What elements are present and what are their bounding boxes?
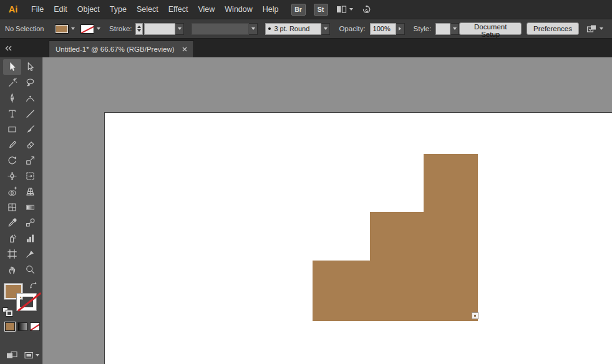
shape-builder-icon xyxy=(7,186,17,197)
stock-button[interactable]: St xyxy=(314,4,328,16)
opacity-flyout-button[interactable] xyxy=(396,23,405,35)
stroke-weight-dropdown-button[interactable] xyxy=(175,23,184,35)
slice-tool-button[interactable] xyxy=(21,246,39,262)
menu-window[interactable]: Window xyxy=(220,0,257,19)
free-transform-tool-button[interactable] xyxy=(21,168,39,184)
shaper-tool-button[interactable] xyxy=(3,137,21,153)
lasso-icon xyxy=(25,77,36,88)
menu-object[interactable]: Object xyxy=(72,0,105,19)
symbol-sprayer-tool-button[interactable] xyxy=(3,231,21,246)
screen-mode-button[interactable] xyxy=(24,352,39,359)
opacity-combo[interactable] xyxy=(370,23,405,35)
chevron-right-icon xyxy=(399,27,401,31)
swap-fill-stroke-button[interactable] xyxy=(29,280,38,292)
drawing-modes-button[interactable] xyxy=(6,351,17,360)
width-profile-dropdown-button[interactable] xyxy=(249,23,258,35)
menu-type[interactable]: Type xyxy=(105,0,132,19)
gradient-mode-button[interactable] xyxy=(17,322,27,331)
spray-can-icon xyxy=(7,233,17,244)
live-corner-widget[interactable] xyxy=(472,312,478,319)
control-bar: No Selection Stroke: 3 pt. Round xyxy=(0,19,612,39)
scale-icon xyxy=(25,155,36,166)
type-tool-button[interactable] xyxy=(3,106,21,122)
lasso-tool-button[interactable] xyxy=(21,75,39,90)
line-segment-tool-button[interactable] xyxy=(21,106,39,122)
staircase-polygon[interactable] xyxy=(313,154,478,321)
stroke-weight-field[interactable] xyxy=(144,23,175,35)
menu-help[interactable]: Help xyxy=(258,0,284,19)
menu-effect[interactable]: Effect xyxy=(163,0,193,19)
magic-wand-tool-button[interactable] xyxy=(3,75,21,90)
curvature-tool-button[interactable] xyxy=(21,90,39,106)
document-tab-title: Untitled-1* @ 66.67% (RGB/Preview) xyxy=(56,46,175,53)
width-tool-button[interactable] xyxy=(3,168,21,184)
menu-select[interactable]: Select xyxy=(132,0,163,19)
stroke-label[interactable]: Stroke: xyxy=(109,25,132,32)
chevron-down-icon xyxy=(71,27,75,30)
bar-chart-icon xyxy=(25,233,36,244)
document-tab[interactable]: Untitled-1* @ 66.67% (RGB/Preview) xyxy=(49,41,194,57)
artboard[interactable] xyxy=(104,112,612,364)
gpu-performance-button[interactable] xyxy=(361,4,372,15)
canvas-area[interactable] xyxy=(42,57,612,364)
artboard-tool-button[interactable] xyxy=(3,246,21,262)
color-mode-button[interactable] xyxy=(5,322,15,331)
chevron-down-icon xyxy=(453,27,457,30)
brush-field[interactable]: 3 pt. Round xyxy=(265,23,321,35)
eraser-tool-button[interactable] xyxy=(21,137,39,153)
arrange-documents-button[interactable] xyxy=(336,5,353,14)
stroke-weight-stepper[interactable] xyxy=(135,23,143,35)
preferences-button[interactable]: Preferences xyxy=(527,22,579,35)
paintbrush-tool-button[interactable] xyxy=(21,122,39,137)
zoom-tool-button[interactable] xyxy=(21,262,39,277)
step-up-icon xyxy=(137,26,141,28)
brush-dropdown-button[interactable] xyxy=(321,23,330,35)
stroke-swatch[interactable] xyxy=(17,294,36,310)
selection-tool-button[interactable] xyxy=(3,59,21,75)
rotate-tool-button[interactable] xyxy=(3,153,21,168)
paint-mode-row xyxy=(0,322,42,331)
direct-selection-tool-button[interactable] xyxy=(21,59,39,75)
brush-value: 3 pt. Round xyxy=(274,25,309,32)
fill-color-dropdown[interactable] xyxy=(55,24,75,34)
menu-file[interactable]: File xyxy=(26,0,49,19)
brush-definition-dropdown[interactable]: 3 pt. Round xyxy=(265,23,330,35)
style-dropdown-button[interactable] xyxy=(450,23,459,35)
close-tab-button[interactable] xyxy=(182,46,187,53)
chevron-down-icon xyxy=(36,354,39,357)
column-graph-tool-button[interactable] xyxy=(21,231,39,246)
eyedropper-icon xyxy=(7,218,17,228)
gradient-tool-button[interactable] xyxy=(21,199,39,215)
collapse-dock-button[interactable] xyxy=(0,46,42,57)
staircase-shape[interactable] xyxy=(105,113,612,364)
variable-width-profile-dropdown[interactable] xyxy=(192,23,258,35)
style-field[interactable] xyxy=(435,23,450,35)
mesh-tool-button[interactable] xyxy=(3,199,21,215)
hand-tool-button[interactable] xyxy=(3,262,21,277)
rectangle-tool-button[interactable] xyxy=(3,122,21,137)
bridge-button[interactable]: Br xyxy=(291,4,306,16)
style-dropdown[interactable] xyxy=(435,23,459,35)
stroke-weight-combo[interactable] xyxy=(144,23,184,35)
opacity-input[interactable] xyxy=(370,23,396,35)
default-fill-stroke-button[interactable] xyxy=(2,307,14,317)
opacity-label[interactable]: Opacity: xyxy=(339,25,365,32)
document-setup-button[interactable]: Document Setup xyxy=(459,22,522,35)
slice-knife-icon xyxy=(25,249,36,259)
magic-wand-icon xyxy=(7,77,17,88)
selection-status: No Selection xyxy=(5,25,52,32)
pen-tool-button[interactable] xyxy=(3,90,21,106)
style-label[interactable]: Style: xyxy=(414,25,432,32)
scale-tool-button[interactable] xyxy=(21,153,39,168)
panel-options-icon xyxy=(586,24,597,34)
stroke-color-dropdown[interactable] xyxy=(80,24,100,34)
eyedropper-tool-button[interactable] xyxy=(3,215,21,231)
menu-edit[interactable]: Edit xyxy=(49,0,72,19)
shape-builder-tool-button[interactable] xyxy=(3,184,21,199)
blend-tool-button[interactable] xyxy=(21,215,39,231)
control-panel-menu-button[interactable] xyxy=(586,24,603,34)
perspective-grid-tool-button[interactable] xyxy=(21,184,39,199)
none-mode-button[interactable] xyxy=(30,322,40,331)
menu-view[interactable]: View xyxy=(193,0,220,19)
app-logo: Ai xyxy=(0,4,26,14)
